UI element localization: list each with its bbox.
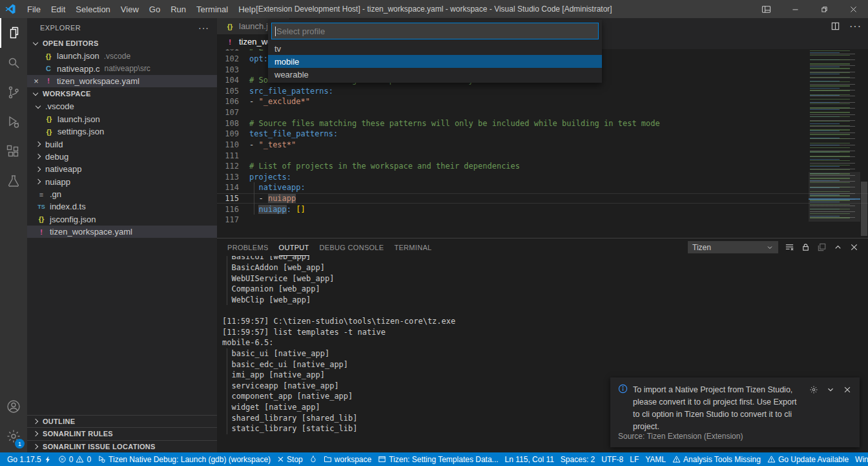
panel-tab-output[interactable]: OUTPUT xyxy=(279,238,309,256)
close-editor-icon[interactable]: × xyxy=(31,76,41,86)
statusbar-eol[interactable]: LF xyxy=(626,452,642,466)
activity-settings-gear-icon[interactable]: 1 xyxy=(0,421,27,451)
menu-file[interactable]: File xyxy=(22,0,46,18)
code-line-114[interactable]: 114 nativeapp: xyxy=(217,182,868,193)
vscode-logo-icon xyxy=(5,4,16,14)
notification-settings-gear-icon[interactable] xyxy=(809,385,818,433)
statusbar-debug-launch[interactable]: Tizen Native Debug: Launch (gdb) (worksp… xyxy=(94,452,274,466)
workspace-header[interactable]: WORKSPACE xyxy=(27,87,217,100)
quick-pick-option-wearable[interactable]: wearable xyxy=(268,68,602,81)
menu-selection[interactable]: Selection xyxy=(70,0,115,18)
tree-item-index-d-ts[interactable]: TSindex.d.ts xyxy=(27,200,217,213)
tree-item-nativeapp[interactable]: nativeapp xyxy=(27,163,217,175)
menu-run[interactable]: Run xyxy=(165,0,191,18)
open-editors-header[interactable]: OPEN EDITORS xyxy=(27,37,217,50)
activity-source-control-icon[interactable] xyxy=(0,78,27,107)
menu-help[interactable]: Help xyxy=(233,0,261,18)
statusbar-language-mode[interactable]: YAML xyxy=(642,452,669,466)
chevron-down-icon xyxy=(33,90,38,96)
menu-edit[interactable]: Edit xyxy=(46,0,70,18)
code-line-117[interactable]: 117 xyxy=(217,215,868,226)
editor-more-actions-icon[interactable]: ··· xyxy=(849,21,862,32)
output-channel-select[interactable]: Tizen xyxy=(688,241,778,253)
section-sonarlint-rules[interactable]: SONARLINT RULES xyxy=(27,427,217,440)
maximize-panel-icon[interactable] xyxy=(833,242,843,252)
code-line-115[interactable]: 115 - nuiapp xyxy=(217,193,868,204)
statusbar-analysis-tools[interactable]: Analysis Tools Missing xyxy=(669,452,764,466)
menu-view[interactable]: View xyxy=(116,0,144,18)
window-icon xyxy=(378,455,386,463)
activity-accounts-icon[interactable] xyxy=(0,392,27,421)
quick-pick-input[interactable]: Select profile xyxy=(271,23,599,39)
tree-item-launch-json[interactable]: {}launch.json xyxy=(27,113,217,125)
open-editor-launch-json[interactable]: {}launch.json.vscode xyxy=(27,50,217,62)
line-number: 108 xyxy=(217,119,239,128)
activity-explorer-icon[interactable] xyxy=(0,18,27,48)
code-line-109[interactable]: 109test_file_patterns: xyxy=(217,129,868,140)
quick-pick-option-tv[interactable]: tv xyxy=(268,42,602,55)
code-line-105[interactable]: 105src_file_patterns: xyxy=(217,86,868,97)
tree-item--vscode[interactable]: .vscode xyxy=(27,100,217,112)
open-output-in-editor-icon[interactable] xyxy=(817,242,827,252)
activity-search-icon[interactable] xyxy=(0,48,27,78)
json-file-icon: {} xyxy=(225,23,235,30)
minimize-button[interactable] xyxy=(781,0,810,18)
tree-item--gn[interactable]: ≡.gn xyxy=(27,188,217,200)
close-window-button[interactable] xyxy=(839,0,868,18)
minimap-viewport[interactable] xyxy=(809,172,860,222)
tree-item-tizen_workspace-yaml[interactable]: !tizen_workspace.yaml xyxy=(27,226,217,238)
activity-extensions-icon[interactable] xyxy=(0,137,27,167)
statusbar-flame[interactable] xyxy=(306,452,320,466)
split-editor-icon[interactable] xyxy=(831,21,840,31)
statusbar-platform[interactable]: Win32 xyxy=(852,452,868,466)
tree-item-settings-json[interactable]: {}settings.json xyxy=(27,125,217,138)
tree-item-jsconfig-json[interactable]: {}jsconfig.json xyxy=(27,213,217,226)
statusbar-problems[interactable]: 00 xyxy=(55,452,94,466)
editor-scrollbar[interactable] xyxy=(860,49,868,238)
clear-output-icon[interactable] xyxy=(785,242,794,252)
quick-pick-option-mobile[interactable]: mobile xyxy=(268,55,602,68)
statusbar-stop[interactable]: Stop xyxy=(274,452,306,466)
activity-test-beaker-icon[interactable] xyxy=(0,167,27,196)
code-line-116[interactable]: 116 nuiapp: [] xyxy=(217,204,868,215)
menu-terminal[interactable]: Terminal xyxy=(191,0,233,18)
tree-item-label: index.d.ts xyxy=(50,202,86,211)
activity-run-debug-icon[interactable] xyxy=(0,107,27,137)
yaml-file-icon: ! xyxy=(36,228,46,236)
panel-tab-debug-console[interactable]: DEBUG CONSOLE xyxy=(320,238,384,256)
section-sonarlint-issue-locations[interactable]: SONARLINT ISSUE LOCATIONS xyxy=(27,440,217,452)
panel-tab-terminal[interactable]: TERMINAL xyxy=(394,238,431,256)
tree-item-nuiapp[interactable]: nuiapp xyxy=(27,176,217,188)
statusbar-tizen-task[interactable]: Tizen: Setting Templates Data... xyxy=(375,452,501,466)
statusbar-workspace[interactable]: workspace xyxy=(320,452,375,466)
open-editor-nativeapp-c[interactable]: Cnativeapp.cnativeapp\src xyxy=(27,62,217,74)
code-line-111[interactable]: 111 xyxy=(217,150,868,161)
tree-item-build[interactable]: build xyxy=(27,138,217,150)
code-line-110[interactable]: 110- "_test*" xyxy=(217,140,868,151)
code-line-106[interactable]: 106- "_exclude*" xyxy=(217,96,868,107)
notification-close-icon[interactable] xyxy=(843,385,852,433)
code-line-112[interactable]: 112# List of projects in the workspace a… xyxy=(217,161,868,172)
notification-chevron-down-icon[interactable] xyxy=(826,385,835,433)
statusbar-cursor-position[interactable]: Ln 115, Col 11 xyxy=(502,452,557,466)
open-editor-tizen_workspace-yaml[interactable]: ×!tizen_workspace.yaml xyxy=(27,75,217,87)
editor-scrollbar-slider[interactable] xyxy=(861,182,867,236)
code-line-113[interactable]: 113projects: xyxy=(217,172,868,183)
statusbar-encoding[interactable]: UTF-8 xyxy=(598,452,626,466)
output-indent-guide xyxy=(227,284,227,295)
close-panel-icon[interactable] xyxy=(849,242,859,252)
minimap[interactable] xyxy=(809,49,860,238)
panel-tab-problems[interactable]: PROBLEMS xyxy=(227,238,269,256)
lock-scroll-icon[interactable] xyxy=(801,242,811,252)
statusbar-indentation[interactable]: Spaces: 2 xyxy=(557,452,598,466)
code-line-108[interactable]: 108# Source files matching these pattern… xyxy=(217,118,868,129)
statusbar-go-update[interactable]: Go Update Available xyxy=(764,452,852,466)
code-line-107[interactable]: 107 xyxy=(217,107,868,118)
statusbar-go-version[interactable]: Go 1.17.5 xyxy=(4,452,55,466)
restore-button[interactable] xyxy=(810,0,839,18)
layout-customize-icon[interactable] xyxy=(752,0,781,18)
tree-item-debug[interactable]: debug xyxy=(27,151,217,163)
menu-go[interactable]: Go xyxy=(144,0,165,18)
section-outline[interactable]: OUTLINE xyxy=(27,415,217,427)
explorer-more-actions-icon[interactable]: ··· xyxy=(198,23,209,33)
